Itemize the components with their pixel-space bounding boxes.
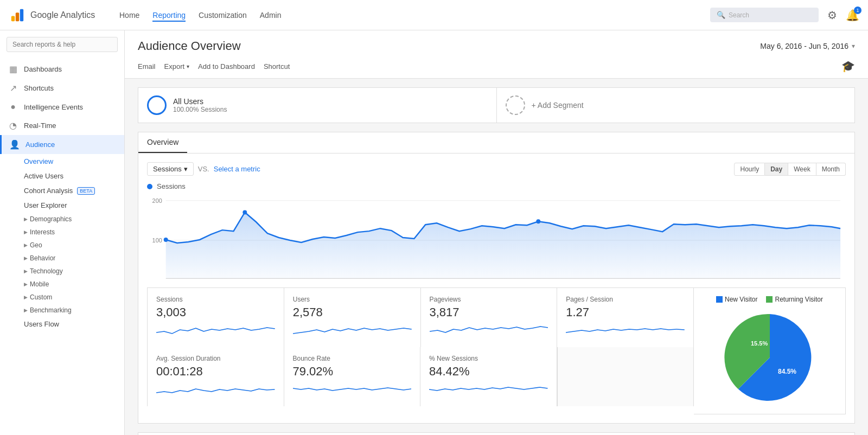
sidebar-subitem-overview[interactable]: Overview [0,154,124,169]
bell-container: 🔔 1 [846,9,859,22]
sidebar-subitem-geo[interactable]: ▶ Geo [0,239,124,252]
all-users-name: All Users [173,97,227,106]
sidebar-subitem-interests[interactable]: ▶ Interests [0,226,124,239]
users-sparkline [293,322,412,338]
new-visitor-label: New Visitor [725,296,757,303]
gear-icon[interactable]: ⚙ [827,9,837,22]
sidebar-subitem-user-explorer[interactable]: User Explorer [0,198,124,213]
sidebar-subitem-users-flow[interactable]: Users Flow [0,317,124,331]
x-label-may15: May 15 [393,281,413,282]
chart-legend: Sessions [147,182,846,190]
sidebar-subitem-active-users[interactable]: Active Users [0,169,124,183]
bounce-rate-sparkline [293,381,412,397]
stat-new-sessions: % New Sessions 84.42% [420,347,557,406]
chart-dot-mid [536,219,540,223]
new-visitor-color-box [716,296,723,303]
stat-sessions-label: Sessions [156,296,275,303]
sidebar-search-input[interactable] [7,37,118,52]
triangle-icon-custom: ▶ [24,295,28,300]
sidebar-item-intelligence[interactable]: ● Intelligence Events [0,98,124,116]
returning-visitor-label: Returning Visitor [775,296,823,303]
sessions-chart: 200 100 [147,195,846,283]
sidebar-interests-label: Interests [30,228,55,236]
chart-container: Sessions ▾ VS. Select a metric Hourly Da… [138,153,855,424]
sessions-chevron-icon: ▾ [184,165,188,173]
bell-badge-count: 1 [854,7,861,14]
nav-customization[interactable]: Customization [199,9,247,22]
nav-admin[interactable]: Admin [260,9,282,22]
time-btn-week[interactable]: Week [788,163,816,176]
pie-legend: New Visitor Returning Visitor [716,296,823,303]
sidebar-cohort-label: Cohort Analysis [24,187,73,195]
stat-pages-session: Pages / Session 1.27 [557,287,694,347]
sidebar-realtime-label: Real-Time [24,121,56,130]
sidebar-subitem-custom[interactable]: ▶ Custom [0,291,124,304]
sidebar-main-items: ▦ Dashboards ↗ Shortcuts ● Intelligence … [0,56,124,335]
sidebar-subitem-demographics[interactable]: ▶ Demographics [0,213,124,226]
date-range-picker[interactable]: May 6, 2016 - Jun 5, 2016 ▾ [760,42,855,50]
add-segment-card[interactable]: + Add Segment [496,87,856,123]
export-label: Export [164,62,185,71]
dashboards-icon: ▦ [8,64,18,74]
sidebar-subitem-mobile[interactable]: ▶ Mobile [0,278,124,291]
stat-pageviews: Pageviews 3,817 [420,287,557,347]
nav-reporting[interactable]: Reporting [152,9,186,22]
pie-chart-svg: 84.5% 15.5% [721,309,819,406]
stats-area: Sessions 3,003 Users 2,578 [147,287,694,414]
returning-visitor-color-box [766,296,773,303]
chart-dot-peak [242,210,247,214]
top-navigation: Google Analytics Home Reporting Customiz… [0,0,868,30]
sidebar-subitem-benchmarking[interactable]: ▶ Benchmarking [0,304,124,317]
stat-users-value: 2,578 [293,305,412,319]
nav-links: Home Reporting Customization Admin [119,9,710,22]
sidebar-geo-label: Geo [30,241,42,249]
stat-empty [557,347,694,406]
sessions-dropdown[interactable]: Sessions ▾ [147,162,194,176]
top-search-bar[interactable]: 🔍 Search [710,8,819,22]
date-range-text: May 6, 2016 - Jun 5, 2016 [760,42,848,50]
logo-text: Google Analytics [30,10,95,20]
stat-pages-session-value: 1.27 [566,305,685,319]
triangle-icon-geo: ▶ [24,242,28,248]
overview-tab-row: Overview [138,132,855,153]
beta-badge: BETA [77,187,95,195]
page-title: Audience Overview [138,39,241,53]
pages-session-sparkline [566,322,685,338]
stat-bounce-rate: Bounce Rate 79.02% [284,347,420,406]
sessions-legend-dot [147,184,152,189]
sidebar-benchmarking-label: Benchmarking [30,306,72,314]
sidebar-item-realtime[interactable]: ◔ Real-Time [0,116,124,135]
sidebar-item-shortcuts[interactable]: ↗ Shortcuts [0,79,124,98]
all-users-segment: All Users 100.00% Sessions [138,87,496,123]
action-bar: Email Export ▾ Add to Dashboard Shortcut… [138,60,855,78]
top-search-placeholder: Search [729,11,749,19]
sidebar-item-dashboards[interactable]: ▦ Dashboards [0,60,124,79]
segment-bar: All Users 100.00% Sessions + Add Segment [138,87,855,123]
sidebar-behavior-label: Behavior [30,254,55,262]
google-analytics-logo-icon [9,7,26,24]
export-chevron-icon: ▾ [187,63,189,69]
shortcuts-icon: ↗ [8,83,18,93]
time-btn-hourly[interactable]: Hourly [734,163,765,176]
email-button[interactable]: Email [138,62,156,71]
overview-tab[interactable]: Overview [138,132,187,153]
sidebar-item-audience[interactable]: 👤 Audience [0,135,124,154]
time-btn-month[interactable]: Month [816,163,846,176]
select-metric-link[interactable]: Select a metric [214,165,260,173]
new-visitor-legend: New Visitor [716,296,757,303]
triangle-icon-behavior: ▶ [24,255,28,261]
sidebar-demographics-label: Demographics [30,215,72,223]
sidebar-subitem-behavior[interactable]: ▶ Behavior [0,252,124,265]
sidebar-subitem-technology[interactable]: ▶ Technology [0,265,124,278]
time-btn-day[interactable]: Day [765,163,788,176]
y-label-200: 200 [152,197,162,204]
export-button[interactable]: Export ▾ [164,62,190,71]
sidebar-subitem-cohort[interactable]: Cohort Analysis BETA [0,183,124,198]
time-buttons: Hourly Day Week Month [734,163,846,176]
mortarboard-icon[interactable]: 🎓 [841,60,855,73]
add-to-dashboard-button[interactable]: Add to Dashboard [198,62,255,71]
all-users-circle-icon [147,95,167,115]
stat-new-sessions-value: 84.42% [429,364,548,379]
shortcut-button[interactable]: Shortcut [264,62,290,71]
nav-home[interactable]: Home [119,9,139,22]
